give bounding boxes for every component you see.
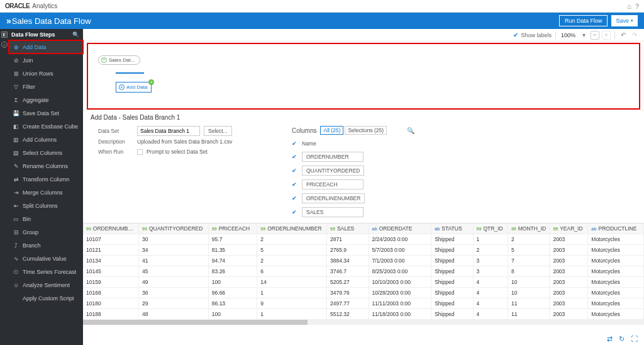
check-icon: ✔ <box>292 195 298 201</box>
sidebar-item-group[interactable]: ⊟Group <box>9 225 83 239</box>
table-row[interactable]: 101454583.2663746.78/25/2003 0:00Shipped… <box>83 266 644 277</box>
sidebar-item-label: Aggregate <box>23 97 49 103</box>
table-row[interactable]: 101213481.3552765.95/7/2003 0:00Shipped2… <box>83 245 644 256</box>
whenrun-label: When Run <box>98 149 133 155</box>
table-cell: 5 <box>257 245 327 256</box>
column-item[interactable]: ✔QUANTITYORDERED <box>292 164 629 178</box>
data-grid[interactable]: 99ORDERNUMBER99QUANTITYORDERED99PRICEEAC… <box>83 223 644 345</box>
cumulative-value-icon: ∿ <box>13 255 19 262</box>
show-labels-check-icon[interactable]: ✔ <box>513 31 518 38</box>
table-row[interactable]: 101802986.1392497.7711/11/2003 0:00Shipp… <box>83 298 644 309</box>
columns-header: Columns All (25) Selections (25) 🔍 <box>292 126 629 135</box>
expand-grid-icon[interactable]: ⛶ <box>631 335 638 343</box>
column-header[interactable]: 99ORDERNUMBER <box>83 223 139 234</box>
sidebar-item-cumulative-value[interactable]: ∿Cumulative Value <box>9 252 83 265</box>
sidebar-item-label: Save Data Set <box>23 110 59 116</box>
sidebar-item-apply-custom-script[interactable]: Apply Custom Script <box>9 291 83 305</box>
sidebar-item-rename-columns[interactable]: ✎Rename Columns <box>9 159 83 172</box>
column-item[interactable]: ✔ORDERNUMBER <box>292 150 629 164</box>
column-header[interactable]: 99SALES <box>327 223 369 234</box>
table-cell: 10121 <box>83 245 139 256</box>
redo-button[interactable]: ↷ <box>630 31 639 40</box>
node-add-data[interactable]: Add Data + <box>116 82 152 93</box>
table-row[interactable]: 101073095.7228712/24/2003 0:00Shipped122… <box>83 234 644 245</box>
column-name: SALES <box>302 207 364 217</box>
column-item[interactable]: ✔Name <box>292 137 629 150</box>
zoom-value[interactable]: 100% <box>560 32 577 38</box>
undo-button[interactable]: ↶ <box>619 31 628 40</box>
prompt-checkbox[interactable] <box>137 149 143 155</box>
columns-tab-all[interactable]: All (25) <box>320 126 343 135</box>
show-labels-label[interactable]: Show labels <box>521 32 552 38</box>
table-cell: 11 <box>508 309 549 320</box>
run-data-flow-button[interactable]: Run Data Flow <box>559 15 608 26</box>
flow-canvas[interactable]: Sales Dat... Add Data + <box>87 43 640 110</box>
refresh-grid-icon[interactable]: ↻ <box>619 335 625 343</box>
columns-label: Columns <box>292 127 316 134</box>
column-name: QUANTITYORDERED <box>302 166 364 176</box>
zoom-out-button[interactable]: − <box>591 31 599 40</box>
zoom-in-button[interactable]: + <box>602 31 611 40</box>
table-cell: 5 <box>508 245 549 256</box>
column-item[interactable]: ✔SALES <box>292 205 629 219</box>
help-icon[interactable]: ? <box>635 3 639 10</box>
sidebar-item-split-columns[interactable]: ⇤Split Columns <box>9 199 83 212</box>
sidebar-item-create-essbase-cube[interactable]: ◧Create Essbase Cube <box>9 120 83 133</box>
table-row[interactable]: 101884810015512.3211/18/2003 0:00Shipped… <box>83 309 644 320</box>
table-cell: Motorcycles <box>588 309 644 320</box>
sidebar-item-join[interactable]: ⊘Join <box>9 54 83 67</box>
sidebar-item-analyze-sentiment[interactable]: ☺Analyze Sentiment <box>9 278 83 291</box>
sidebar-item-merge-columns[interactable]: ⇥Merge Columns <box>9 186 83 199</box>
columns-tab-selections[interactable]: Selections (25) <box>345 126 387 135</box>
sidebar-item-save-data-set[interactable]: 💾Save Data Set <box>9 106 83 120</box>
column-header[interactable]: abSTATUS <box>431 223 473 234</box>
column-header[interactable]: abPRODUCTLINE <box>588 223 644 234</box>
table-cell: 10 <box>508 288 549 298</box>
description-label: Description <box>98 139 133 145</box>
table-row[interactable]: 101344194.7423884.347/1/2003 0:00Shipped… <box>83 256 644 266</box>
save-button[interactable]: Save <box>611 15 638 26</box>
sidebar-item-bin[interactable]: ▭Bin <box>9 212 83 225</box>
column-header[interactable]: 99YEAR_ID <box>550 223 588 234</box>
column-header[interactable]: 99ORDERLINENUMBER <box>257 223 327 234</box>
column-header[interactable]: 99QUANTITYORDERED <box>139 223 209 234</box>
back-chevrons-icon[interactable]: » <box>6 16 9 26</box>
sidebar-item-branch[interactable]: ⤴Branch <box>9 239 83 252</box>
column-item[interactable]: ✔ORDERLINENUMBER <box>292 191 629 205</box>
zoom-dropdown-icon[interactable]: ▾ <box>579 31 588 40</box>
column-header[interactable]: 99MONTH_ID <box>508 223 549 234</box>
sidebar-item-add-columns[interactable]: ▥Add Columns <box>9 133 83 146</box>
table-row[interactable]: 101683696.6613479.7610/28/2003 0:00Shipp… <box>83 288 644 298</box>
sidebar-item-add-data[interactable]: ⊕Add Data <box>9 40 83 54</box>
horizontal-scrollbar[interactable] <box>83 320 644 325</box>
home-icon[interactable]: ⌂ <box>627 3 631 10</box>
node-source[interactable]: Sales Dat... <box>98 55 140 65</box>
table-cell: Motorcycles <box>588 266 644 277</box>
number-type-icon: 99 <box>86 227 91 231</box>
sidebar-search-icon[interactable]: 🔍 <box>72 31 79 38</box>
table-cell: 1 <box>257 288 327 298</box>
rail-steps-icon[interactable]: ◧ <box>1 31 8 38</box>
table-cell: 96.66 <box>208 288 257 298</box>
table-cell: 6 <box>257 266 327 277</box>
sidebar-item-time-series-forecast[interactable]: ⏲Time Series Forecast <box>9 265 83 278</box>
rail-data-icon[interactable]: ○ <box>1 42 8 48</box>
column-header[interactable]: 99PRICEEACH <box>208 223 257 234</box>
sidebar-item-filter[interactable]: ▽Filter <box>9 80 83 93</box>
sidebar-item-label: Cumulative Value <box>23 256 67 262</box>
columns-search-icon[interactable]: 🔍 <box>407 127 414 134</box>
sidebar-item-aggregate[interactable]: ΣAggregate <box>9 93 83 106</box>
dataset-select-button[interactable]: Select... <box>204 126 232 136</box>
filter-grid-icon[interactable]: ⇄ <box>607 335 613 343</box>
column-item[interactable]: ✔PRICEEACH <box>292 178 629 191</box>
sidebar-item-union-rows[interactable]: ⊞Union Rows <box>9 67 83 80</box>
save-data-set-icon: 💾 <box>13 110 19 116</box>
table-cell: 100 <box>208 277 257 288</box>
sidebar-item-transform-column[interactable]: ⇄Transform Column <box>9 172 83 186</box>
dataset-input[interactable] <box>137 126 200 136</box>
column-header[interactable]: 99QTR_ID <box>473 223 508 234</box>
table-cell: 94.74 <box>208 256 257 266</box>
table-row[interactable]: 1015949100145205.2710/10/2003 0:00Shippe… <box>83 277 644 288</box>
column-header[interactable]: abORDERDATE <box>369 223 431 234</box>
sidebar-item-select-columns[interactable]: ▤Select Columns <box>9 146 83 159</box>
